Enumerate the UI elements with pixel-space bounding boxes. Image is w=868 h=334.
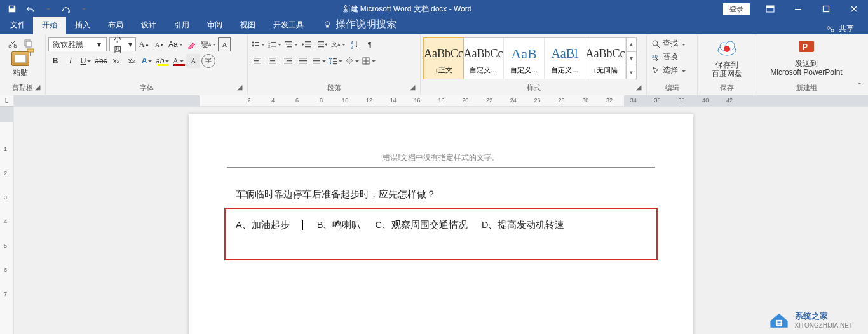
styles-gallery[interactable]: AaBbCc↓正文 AaBbCc自定义... AaB自定义... AaBl自定义… xyxy=(423,37,637,79)
style-item-normal[interactable]: AaBbCc↓正文 xyxy=(423,37,464,79)
tab-review[interactable]: 审阅 xyxy=(198,17,231,34)
superscript-button[interactable]: x2 xyxy=(125,54,139,68)
tab-design[interactable]: 设计 xyxy=(132,17,165,34)
svg-rect-29 xyxy=(318,44,324,44)
phonetic-guide-icon[interactable]: 變A xyxy=(200,37,217,51)
replace-button[interactable]: ab替换 xyxy=(649,51,680,63)
highlight-color-icon[interactable]: ab xyxy=(155,54,170,68)
styles-scroll-up-icon[interactable]: ▲ xyxy=(627,38,636,52)
bullets-icon[interactable] xyxy=(250,37,266,51)
align-distributed-icon[interactable] xyxy=(311,54,327,68)
cut-icon[interactable] xyxy=(6,36,20,50)
enclose-characters-icon[interactable]: 字 xyxy=(201,54,215,68)
character-shading-icon[interactable]: A xyxy=(186,54,200,68)
svg-rect-48 xyxy=(333,58,337,59)
question-text[interactable]: 车辆临时靠边停车后准备起步时，应先怎样做？ xyxy=(236,187,646,203)
align-left-icon[interactable] xyxy=(250,54,264,68)
undo-dropdown[interactable] xyxy=(39,1,56,17)
align-center-icon[interactable] xyxy=(266,54,280,68)
svg-text:2: 2 xyxy=(268,44,271,48)
svg-rect-47 xyxy=(313,63,320,63)
italic-button[interactable]: I xyxy=(64,54,78,68)
quick-access-toolbar xyxy=(0,1,92,17)
decrease-indent-icon[interactable] xyxy=(300,37,314,51)
styles-expand-icon[interactable]: ▾ xyxy=(627,65,636,79)
styles-scroll-down-icon[interactable]: ▼ xyxy=(627,52,636,66)
collapse-ribbon-icon[interactable]: ˆ xyxy=(855,83,864,92)
show-hide-marks-icon[interactable]: ¶ xyxy=(363,37,377,51)
text-effects-icon[interactable]: A xyxy=(140,54,154,68)
answer-c[interactable]: C、观察周围交通情况 xyxy=(375,220,467,230)
align-justify-icon[interactable] xyxy=(296,54,310,68)
answers-box[interactable]: A、加油起步 B、鸣喇叭 C、观察周围交通情况 D、提高发动机转速 xyxy=(224,208,658,260)
tab-selector[interactable]: L xyxy=(0,95,13,107)
redo-icon[interactable] xyxy=(57,1,74,17)
tab-references[interactable]: 引用 xyxy=(165,17,198,34)
svg-rect-45 xyxy=(313,58,320,58)
shrink-font-icon[interactable]: A▼ xyxy=(153,37,166,51)
close-icon[interactable] xyxy=(840,0,868,18)
svg-line-55 xyxy=(657,45,660,48)
tab-developer[interactable]: 开发工具 xyxy=(264,17,313,34)
send-to-powerpoint-button[interactable]: P 发送到Microsoft PowerPoint xyxy=(759,36,854,77)
shading-icon[interactable] xyxy=(344,54,360,68)
style-item-custom2[interactable]: AaB自定义... xyxy=(504,38,545,79)
bold-button[interactable]: B xyxy=(48,54,62,68)
change-case-icon[interactable]: Aa xyxy=(168,37,184,51)
horizontal-ruler[interactable]: 24681012141618202224262830323436384042 xyxy=(14,95,868,107)
tab-file[interactable]: 文件 xyxy=(3,17,33,34)
answer-b[interactable]: B、鸣喇叭 xyxy=(317,220,362,230)
paragraph-launcher-icon[interactable]: ◢ xyxy=(409,83,416,91)
watermark: 系统之家 XITONGZHIJIA.NET xyxy=(768,310,853,329)
svg-rect-30 xyxy=(318,46,324,47)
font-color-icon[interactable]: A xyxy=(171,54,185,68)
save-to-baidu-button[interactable]: 保存到百度网盘 xyxy=(700,36,753,79)
multilevel-list-icon[interactable] xyxy=(283,37,299,51)
qat-customize-dropdown[interactable] xyxy=(75,1,92,17)
tab-layout[interactable]: 布局 xyxy=(99,17,132,34)
clipboard-launcher-icon[interactable]: ◢ xyxy=(34,83,41,91)
sort-icon[interactable]: AZ xyxy=(348,37,362,51)
style-item-custom1[interactable]: AaBbCc自定义... xyxy=(463,38,504,79)
minimize-icon[interactable] xyxy=(784,0,812,18)
underline-button[interactable]: U xyxy=(79,54,93,68)
clear-formatting-icon[interactable] xyxy=(185,37,199,51)
maximize-icon[interactable] xyxy=(812,0,840,18)
login-button[interactable]: 登录 xyxy=(723,3,750,15)
align-right-icon[interactable] xyxy=(281,54,295,68)
subscript-button[interactable]: x2 xyxy=(109,54,123,68)
character-border-icon[interactable]: A xyxy=(218,37,231,51)
ribbon-display-options-icon[interactable] xyxy=(756,0,784,18)
styles-gallery-nav: ▲ ▼ ▾ xyxy=(626,38,636,79)
svg-point-16 xyxy=(252,45,254,47)
vertical-ruler[interactable]: L 1234567 xyxy=(0,95,14,334)
answer-d[interactable]: D、提高发动机转速 xyxy=(482,220,564,230)
select-button[interactable]: 选择 xyxy=(649,64,688,76)
style-item-custom3[interactable]: AaBl自定义... xyxy=(545,38,585,79)
font-name-combo[interactable]: 微软雅黑▾ xyxy=(48,37,107,51)
undo-icon[interactable] xyxy=(22,1,38,17)
tab-view[interactable]: 视图 xyxy=(231,17,264,34)
find-button[interactable]: 查找 xyxy=(649,37,688,50)
tab-insert[interactable]: 插入 xyxy=(66,17,99,34)
style-item-nospacing[interactable]: AaBbCc↓无间隔 xyxy=(585,38,626,79)
font-size-combo[interactable]: 小四▾ xyxy=(109,37,136,51)
grow-font-icon[interactable]: A▲ xyxy=(137,37,151,51)
save-icon[interactable] xyxy=(4,1,20,17)
borders-icon[interactable] xyxy=(361,54,376,68)
increase-indent-icon[interactable] xyxy=(315,37,329,51)
tell-me-search[interactable]: 操作说明搜索 xyxy=(316,15,403,34)
share-button[interactable]: 共享 xyxy=(839,23,854,34)
line-spacing-icon[interactable] xyxy=(328,54,343,68)
group-clipboard: 粘贴 剪贴板◢ xyxy=(0,34,46,95)
page[interactable]: 错误!文档中没有指定样式的文字。 车辆临时靠边停车后准备起步时，应先怎样做？ A… xyxy=(189,114,693,334)
strikethrough-button[interactable]: abc xyxy=(94,54,108,68)
numbering-icon[interactable]: 12 xyxy=(267,37,282,51)
svg-rect-15 xyxy=(255,42,259,43)
tab-home[interactable]: 开始 xyxy=(33,17,66,34)
styles-launcher-icon[interactable]: ◢ xyxy=(635,83,642,91)
answer-a[interactable]: A、加油起步 xyxy=(236,220,290,230)
asian-layout-icon[interactable]: 文A xyxy=(330,37,346,51)
powerpoint-icon: P xyxy=(796,39,817,57)
font-launcher-icon[interactable]: ◢ xyxy=(236,83,243,91)
